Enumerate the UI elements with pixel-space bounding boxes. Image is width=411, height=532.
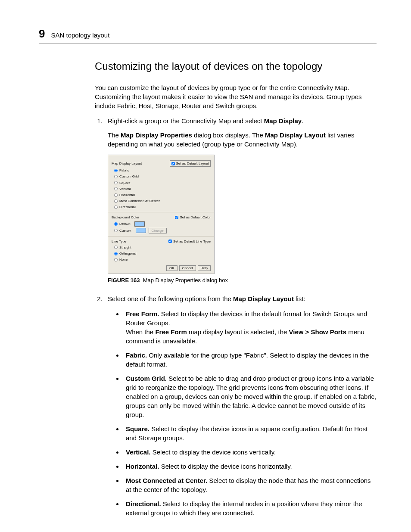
bg-section-label: Background Color bbox=[112, 215, 139, 220]
option-square: Square. Select to display the device ico… bbox=[123, 424, 377, 442]
step1-result: The Map Display Properties dialog box di… bbox=[108, 131, 377, 149]
radio-directional[interactable]: Directional bbox=[114, 205, 211, 209]
radio-square[interactable]: Square bbox=[114, 180, 211, 185]
option-most-connected: Most Connected at Center. Select to disp… bbox=[123, 476, 377, 494]
intro-paragraph: You can customize the layout of devices … bbox=[95, 83, 377, 110]
checkbox-icon[interactable] bbox=[171, 162, 175, 165]
radio-vertical[interactable]: Vertical bbox=[114, 187, 211, 191]
radio-bg-custom[interactable]: Custom bbox=[114, 228, 131, 233]
divider bbox=[108, 212, 214, 212]
color-swatch-default bbox=[134, 221, 145, 227]
radio-fabric[interactable]: Fabric bbox=[114, 168, 211, 173]
step-2: Select one of the following options from… bbox=[104, 294, 377, 517]
step1-text: Right-click a group or the Connectivity … bbox=[108, 117, 303, 124]
ok-button[interactable]: OK bbox=[166, 265, 177, 271]
line-radio-group: Straight Orthogonal None bbox=[114, 245, 211, 262]
step2-text: Select one of the following options from… bbox=[108, 295, 305, 302]
set-default-line-checkbox[interactable]: Set as Default Line Type bbox=[168, 239, 211, 244]
option-custom-grid: Custom Grid. Select to be able to drag a… bbox=[123, 374, 377, 419]
radio-line-straight[interactable]: Straight bbox=[114, 245, 211, 250]
bg-radio-group: Default Custom Change bbox=[114, 221, 211, 233]
option-list: Free Form. Select to display the devices… bbox=[108, 309, 377, 517]
radio-custom-grid[interactable]: Custom Grid bbox=[114, 174, 211, 179]
color-swatch-custom bbox=[136, 228, 146, 233]
layout-radio-group: Fabric Custom Grid Square Vertical Horiz… bbox=[114, 168, 211, 209]
checkbox-icon[interactable] bbox=[168, 240, 172, 243]
dialog-button-row: OK Cancel Help bbox=[112, 265, 211, 271]
set-default-layout-checkbox[interactable]: Set as Default Layout bbox=[170, 160, 211, 167]
option-fabric: Fabric. Only available for the group typ… bbox=[123, 351, 377, 369]
option-vertical: Vertical. Select to display the device i… bbox=[123, 448, 377, 457]
step-1: Right-click a group or the Connectivity … bbox=[104, 116, 377, 285]
steps: Right-click a group or the Connectivity … bbox=[95, 116, 377, 517]
change-color-button[interactable]: Change bbox=[149, 228, 167, 233]
section-title: Customizing the layout of devices on the… bbox=[95, 59, 377, 74]
radio-bg-default[interactable]: Default bbox=[114, 221, 130, 226]
help-button[interactable]: Help bbox=[198, 265, 211, 271]
map-display-properties-dialog: Map Display Layout Set as Default Layout… bbox=[108, 155, 215, 274]
layout-section-label: Map Display Layout bbox=[112, 161, 142, 166]
running-head: SAN topology layout bbox=[51, 31, 109, 40]
option-directional: Directional. Select to display the inter… bbox=[123, 499, 377, 517]
chapter-number: 9 bbox=[39, 26, 45, 41]
checkbox-icon[interactable] bbox=[175, 216, 178, 219]
radio-most-connected[interactable]: Most Connected At Center bbox=[114, 199, 211, 203]
divider bbox=[108, 236, 214, 236]
line-section-label: Line Type bbox=[112, 239, 127, 244]
radio-line-orthogonal[interactable]: Orthogonal bbox=[114, 251, 211, 256]
cancel-button[interactable]: Cancel bbox=[179, 265, 196, 271]
figure-caption: FIGURE 163 Map Display Properties dialog… bbox=[108, 277, 377, 284]
body: You can customize the layout of devices … bbox=[95, 83, 377, 517]
radio-line-none[interactable]: None bbox=[114, 257, 211, 262]
radio-horizontal[interactable]: Horizontal bbox=[114, 193, 211, 197]
page-header: 9 SAN topology layout bbox=[39, 26, 377, 44]
option-horizontal: Horizontal. Select to display the device… bbox=[123, 462, 377, 471]
set-default-color-checkbox[interactable]: Set as Default Color bbox=[175, 215, 211, 220]
option-free-form: Free Form. Select to display the devices… bbox=[123, 309, 377, 345]
